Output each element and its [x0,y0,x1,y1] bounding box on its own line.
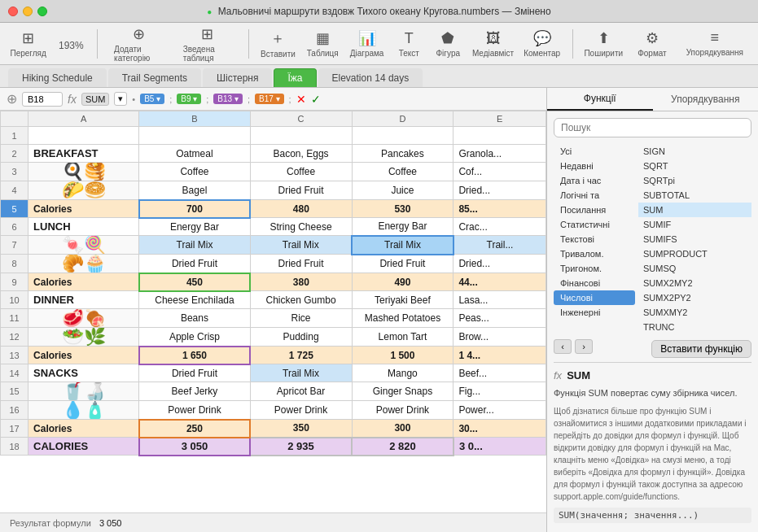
tab-gear[interactable]: Шістерня [203,68,273,87]
cell-e11[interactable]: Peas... [453,309,546,328]
cell-b13[interactable]: 1 650 [139,347,250,364]
cell-c8[interactable]: Dried Fruit [250,255,352,273]
cancel-formula-button[interactable]: ✕ [296,93,306,106]
cell-e17[interactable]: 30... [453,420,546,438]
func-sumx2py2[interactable]: SUMX2PY2 [638,290,751,305]
cell-a17[interactable]: Calories [28,420,139,438]
cell-e2[interactable]: Granola... [453,145,546,163]
cell-b16[interactable]: Power Drink [139,401,250,420]
func-sumif[interactable]: SUMIF [638,217,751,232]
func-sumsq[interactable]: SUMSQ [638,261,751,276]
cell-d13[interactable]: 1 500 [352,347,453,364]
minimize-button[interactable] [23,7,33,16]
cell-c2[interactable]: Bacon, Eggs [250,145,352,163]
sum-function-badge[interactable]: SUM [81,93,109,106]
func-sumproduct[interactable]: SUMPRODUCT [638,246,751,261]
tab-functions[interactable]: Функції [547,88,653,111]
cell-d3[interactable]: Coffee [352,163,453,181]
pivot-table-button[interactable]: ⊞ Зведена таблиця [177,22,239,66]
cell-d7[interactable]: Trail Mix [352,236,453,255]
cat-text[interactable]: Текстові [554,232,635,246]
tab-elevation[interactable]: Elevation 14 days [318,68,423,87]
col-header-c[interactable]: C [250,111,352,127]
cell-d12[interactable]: Lemon Tart [352,328,453,347]
cell-e1[interactable] [453,127,546,145]
cell-e10[interactable]: Lasa... [453,291,546,309]
cat-trig[interactable]: Тригоном. [554,261,635,276]
cell-a13[interactable]: Calories [28,347,139,364]
cell-a18[interactable]: CALORIES [28,438,139,456]
cell-c6[interactable]: String Cheese [250,218,352,236]
cell-e15[interactable]: Fig... [453,382,546,401]
cell-c13[interactable]: 1 725 [250,347,352,364]
cell-a5[interactable]: Calories [28,200,139,218]
cell-a14[interactable]: SNACKS [28,364,139,382]
cell-e8[interactable]: Dried... [453,255,546,273]
cell-b1[interactable] [139,127,250,145]
col-header-b[interactable]: B [139,111,250,127]
cell-a15[interactable]: 🥤🍶 [28,382,139,401]
cell-b14[interactable]: Dried Fruit [139,364,250,382]
cat-engineering[interactable]: Інженерні [554,305,635,320]
cell-d18[interactable]: 2 820 [352,438,453,456]
func-sign[interactable]: SIGN [638,144,751,159]
cat-datetime[interactable]: Дата і час [554,173,635,188]
func-sumifs[interactable]: SUMIFS [638,232,751,246]
cell-e9[interactable]: 44... [453,273,546,291]
add-row-button[interactable]: ⊕ [7,91,17,107]
func-sum[interactable]: SUM [638,203,751,217]
close-button[interactable] [8,7,18,16]
cell-b17[interactable]: 250 [139,420,250,438]
cell-d5[interactable]: 530 [352,200,453,218]
nav-next-button[interactable]: › [575,339,593,354]
cell-d1[interactable] [352,127,453,145]
text-button[interactable]: T Текст [392,27,425,61]
func-sumxmy2[interactable]: SUMXMY2 [638,305,751,320]
cell-c4[interactable]: Dried Fruit [250,181,352,200]
function-search-input[interactable] [554,118,751,137]
func-sqrt[interactable]: SQRT [638,159,751,173]
cat-financial[interactable]: Фінансові [554,276,635,290]
confirm-formula-button[interactable]: ✓ [311,93,321,106]
cat-duration[interactable]: Тривалом. [554,246,635,261]
ref-b17-badge[interactable]: B17 ▾ [255,94,284,104]
organize-button[interactable]: ≡ Упорядкування [680,26,750,61]
cell-d4[interactable]: Juice [352,181,453,200]
cell-a4[interactable]: 🌮🥯 [28,181,139,200]
cell-a16[interactable]: 💧🧴 [28,401,139,420]
cell-b3[interactable]: Coffee [139,163,250,181]
tab-trail[interactable]: Trail Segments [108,68,201,87]
ref-b5-badge[interactable]: B5 ▾ [140,94,164,104]
cell-b6[interactable]: Energy Bar [139,218,250,236]
media-button[interactable]: 🖼 Медіавміст [471,27,515,61]
cell-e16[interactable]: Power... [453,401,546,420]
cell-c12[interactable]: Pudding [250,328,352,347]
cell-c10[interactable]: Chicken Gumbo [250,291,352,309]
cell-b2[interactable]: Oatmeal [139,145,250,163]
cell-a7[interactable]: 🍬🍭 [28,236,139,255]
insert-function-button[interactable]: Вставити функцію [651,340,751,358]
comment-button[interactable]: 💬 Коментар [522,26,563,61]
cell-c5[interactable]: 480 [250,200,352,218]
cell-a2[interactable]: BREAKFAST [28,145,139,163]
cell-a3[interactable]: 🍳🥞 [28,163,139,181]
cell-reference-input[interactable] [22,92,63,107]
share-button[interactable]: ⬆ Поширити [582,26,624,61]
view-button[interactable]: ⊞ Перегляд [8,26,48,61]
cell-e7[interactable]: Trail... [453,236,546,255]
cell-d2[interactable]: Pancakes [352,145,453,163]
cell-d16[interactable]: Power Drink [352,401,453,420]
func-trunc[interactable]: TRUNC [638,320,751,334]
cell-a8[interactable]: 🥐🧁 [28,255,139,273]
cell-d14[interactable]: Mango [352,364,453,382]
tab-food[interactable]: Їжа [274,68,316,87]
cell-d15[interactable]: Ginger Snaps [352,382,453,401]
cell-c17[interactable]: 350 [250,420,352,438]
cell-c7[interactable]: Trail Mix [250,236,352,255]
ref-b9-badge[interactable]: B9 ▾ [177,94,201,104]
col-header-d[interactable]: D [352,111,453,127]
cell-d6[interactable]: Energy Bar [352,218,453,236]
insert-button[interactable]: ＋ Вставити [258,25,297,62]
cat-numeric[interactable]: Числові [554,290,635,305]
cat-recent[interactable]: Недавні [554,159,635,173]
